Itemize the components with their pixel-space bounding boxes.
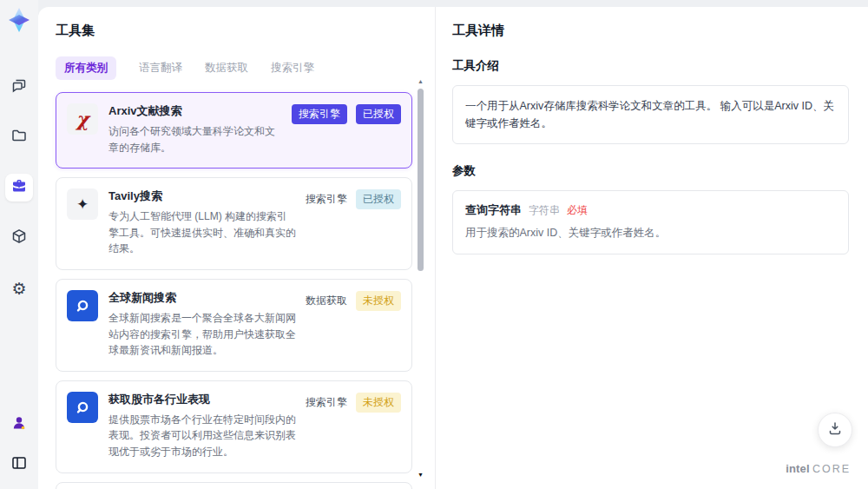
tools-panel: 工具集 所有类别 语言翻译 数据获取 搜索引擎 χ Arxiv文献搜索 访问各个…	[38, 7, 436, 489]
category-label: 搜索引擎	[306, 395, 347, 410]
tools-panel-title: 工具集	[56, 23, 412, 39]
app-screen: ⚙	[0, 0, 868, 489]
chat-icon	[10, 76, 28, 97]
status-badge: 未授权	[356, 291, 401, 311]
tool-name: Tavily搜索	[108, 188, 297, 204]
category-badge: 搜索引擎	[292, 104, 347, 124]
tool-name: 全球新闻搜索	[108, 290, 297, 306]
tool-description: 访问各个研究领域大量科学论文和文章的存储库。	[108, 123, 283, 155]
download-button[interactable]	[818, 413, 852, 447]
param-card: 查询字符串 字符串 必填 用于搜索的Arxiv ID、关键字或作者姓名。	[452, 190, 849, 254]
tool-card-global-news[interactable]: 全球新闻搜索 全球新闻搜索是一个聚合全球各大新闻网站内容的搜索引擎，帮助用户快速…	[56, 279, 412, 372]
briefcase-icon	[10, 177, 28, 198]
tab-all-categories[interactable]: 所有类别	[56, 56, 116, 80]
intro-section: 工具介绍 一个用于从Arxiv存储库搜索科学论文和文章的工具。 输入可以是Arx…	[452, 58, 849, 144]
panel-layout-icon	[10, 454, 28, 475]
four-point-star-icon: ✦	[67, 188, 98, 220]
tool-details-panel: 工具详情 工具介绍 一个用于从Arxiv存储库搜索科学论文和文章的工具。 输入可…	[437, 7, 868, 489]
status-badge: 已授权	[356, 189, 401, 209]
param-description: 用于搜索的Arxiv ID、关键字或作者姓名。	[465, 226, 836, 241]
tools-list-scrollbar[interactable]: ▲ ▼	[418, 76, 424, 481]
app-logo-gem-icon	[4, 5, 34, 35]
tool-description: 提供股票市场各个行业在特定时间段内的表现。投资者可以利用这些信息来识别表现优于或…	[108, 412, 297, 460]
sidebar-item-chat[interactable]	[5, 73, 33, 101]
user-avatar-icon	[10, 414, 28, 435]
tool-description: 全球新闻搜索是一个聚合全球各大新闻网站内容的搜索引擎，帮助用户快速获取全球最新资…	[108, 310, 297, 359]
params-section-title: 参数	[452, 163, 849, 179]
status-badge: 未授权	[356, 393, 401, 413]
sidebar-nav: ⚙	[5, 73, 33, 302]
intro-section-title: 工具介绍	[452, 58, 849, 74]
scroll-down-icon[interactable]: ▼	[418, 472, 424, 478]
sidebar-rail: ⚙	[0, 0, 38, 489]
intel-wordmark: intel	[786, 462, 810, 475]
intel-core-logo: intel core	[786, 462, 851, 475]
tool-name: 获取股市各行业表现	[108, 392, 297, 407]
tool-card-most-active-stocks[interactable]: 获取市场最活跃股票信息 提供当天交易量最高的股票列表，投资者可以利用这些信息来识…	[56, 482, 412, 489]
sidebar-item-profile[interactable]	[5, 411, 33, 439]
scrollbar-thumb[interactable]	[418, 89, 424, 271]
folder-icon	[10, 127, 28, 148]
category-label: 搜索引擎	[306, 192, 347, 207]
tool-card-tavily[interactable]: ✦ Tavily搜索 专为人工智能代理 (LLM) 构建的搜索引擎工具。可快速提…	[56, 177, 412, 270]
tool-name: Arxiv文献搜索	[108, 103, 283, 119]
gear-icon: ⚙	[11, 281, 26, 297]
tool-card-arxiv[interactable]: χ Arxiv文献搜索 访问各个研究领域大量科学论文和文章的存储库。 搜索引擎 …	[56, 92, 412, 169]
status-badge: 已授权	[356, 104, 401, 124]
magnifier-icon	[67, 392, 98, 423]
tab-language-translation[interactable]: 语言翻译	[139, 56, 182, 80]
param-required-flag: 必填	[567, 203, 588, 218]
details-title: 工具详情	[452, 23, 849, 39]
cube-icon	[10, 228, 28, 248]
category-label: 数据获取	[306, 294, 347, 308]
sidebar-item-settings[interactable]: ⚙	[5, 274, 33, 302]
magnifier-icon	[67, 290, 98, 321]
param-name: 查询字符串	[465, 202, 522, 218]
sidebar-item-panel-toggle[interactable]	[5, 451, 33, 479]
core-wordmark: core	[812, 463, 851, 475]
tool-description: 专为人工智能代理 (LLM) 构建的搜索引擎工具。可快速提供实时、准确和真实的结…	[108, 208, 297, 257]
sidebar-item-tools[interactable]	[5, 174, 33, 202]
arxiv-chi-icon: χ	[67, 103, 98, 135]
tool-card-sector-performance[interactable]: 获取股市各行业表现 提供股票市场各个行业在特定时间段内的表现。投资者可以利用这些…	[56, 380, 412, 473]
tool-intro-text: 一个用于从Arxiv存储库搜索科学论文和文章的工具。 输入可以是Arxiv ID…	[452, 85, 849, 144]
download-icon	[827, 420, 843, 439]
category-tabs: 所有类别 语言翻译 数据获取 搜索引擎	[56, 56, 412, 80]
params-section: 参数 查询字符串 字符串 必填 用于搜索的Arxiv ID、关键字或作者姓名。	[452, 163, 849, 254]
sidebar-item-files[interactable]	[5, 123, 33, 151]
param-type: 字符串	[529, 203, 560, 218]
sidebar-item-models[interactable]	[5, 224, 33, 252]
tab-data-acquisition[interactable]: 数据获取	[205, 56, 248, 80]
scroll-up-icon[interactable]: ▲	[418, 78, 424, 84]
tab-search-engine[interactable]: 搜索引擎	[271, 56, 314, 80]
main-panel: 工具集 所有类别 语言翻译 数据获取 搜索引擎 χ Arxiv文献搜索 访问各个…	[38, 7, 868, 489]
sidebar-bottom	[5, 411, 33, 479]
